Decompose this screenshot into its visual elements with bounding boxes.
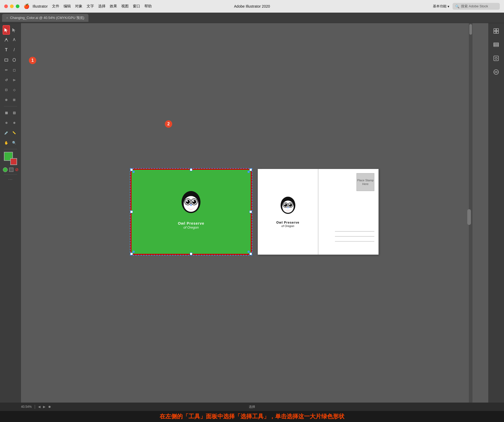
close-button[interactable]	[4, 4, 8, 8]
handle-top-mid[interactable]	[190, 168, 192, 171]
owl-name-back: Owl Preserve	[276, 221, 299, 224]
zoom-slider[interactable]	[467, 209, 471, 225]
color-swatches[interactable]	[4, 152, 17, 165]
svg-point-10	[192, 200, 196, 204]
handle-top-left[interactable]	[130, 168, 133, 171]
search-box[interactable]: 🔍 搜索 Adobe Stock	[453, 3, 500, 10]
menu-window[interactable]: 窗口	[133, 4, 140, 9]
owl-illustration-front	[178, 190, 204, 219]
svg-point-18	[284, 204, 285, 205]
reflect-tool-button[interactable]: ⊳	[10, 75, 18, 85]
traffic-lights	[4, 4, 19, 8]
menu-select[interactable]: 选择	[98, 4, 106, 9]
pencil-tool-button[interactable]: ✏	[3, 65, 10, 75]
type-tool-button[interactable]: T	[3, 45, 10, 55]
layers-panel-button[interactable]	[490, 39, 502, 50]
menu-text[interactable]: 文字	[87, 4, 94, 9]
menu-view[interactable]: 视图	[121, 4, 129, 9]
scrollbar-thumb-vertical[interactable]	[469, 24, 472, 35]
fill-circle-button[interactable]	[3, 167, 8, 172]
rotate-tool-button[interactable]: ↺	[3, 75, 10, 85]
zoom-tool-button[interactable]: 🔍	[10, 138, 18, 147]
warp-tool-group: ⊕ ⊞	[3, 95, 18, 105]
shear-tool-button[interactable]: ◇	[10, 85, 18, 95]
tool-separator-3	[4, 174, 17, 174]
menu-edit[interactable]: 编辑	[64, 4, 71, 9]
anchor-tool-button[interactable]	[10, 35, 18, 45]
svg-rect-26	[494, 31, 496, 33]
tab-bar: × Changing_Color.ai @ 40.54% (CMYK/GPU 预…	[0, 13, 504, 23]
pattern-tool-button[interactable]: ▦	[3, 108, 10, 117]
handle-bottom-right[interactable]	[249, 253, 252, 255]
eyedropper-tool-group: 💉 📏	[3, 128, 18, 137]
more-tools-button[interactable]: ···	[8, 177, 13, 182]
svg-rect-25	[496, 29, 498, 31]
tab-title: Changing_Color.ai @ 40.54% (CMYK/GPU 预览)	[10, 16, 84, 20]
tab-close-icon[interactable]: ×	[6, 16, 8, 19]
eraser-tool-button[interactable]: ◻	[10, 65, 18, 75]
owl-illustration-back	[278, 196, 298, 219]
address-line-2	[335, 236, 374, 236]
menu-object[interactable]: 对象	[75, 4, 82, 9]
stroke-color-swatch[interactable]	[10, 158, 17, 165]
instruction-text: 在左侧的「工具」面板中选择「选择工具」，单击选择这一大片绿色形状	[160, 413, 344, 420]
document-tab[interactable]: × Changing_Color.ai @ 40.54% (CMYK/GPU 预…	[2, 14, 88, 22]
owl-text-back: Owl Preserve of Oregon	[276, 221, 299, 228]
address-lines	[335, 231, 374, 241]
warp-tool-button[interactable]: ⊕	[3, 95, 10, 105]
tool-separator-1	[4, 106, 17, 106]
anchor-top-left	[133, 171, 135, 173]
postcard-right: Place Stamp Here	[318, 169, 379, 255]
svg-rect-31	[494, 56, 498, 61]
canvas-area[interactable]: Owl Preserve of Oregon	[21, 23, 488, 411]
scale-tool-button[interactable]: ⊡	[3, 85, 10, 95]
handle-mid-right[interactable]	[249, 210, 252, 213]
ellipse-tool-button[interactable]	[10, 55, 18, 65]
none-icon[interactable]: ⊘	[15, 167, 18, 172]
menu-bar-right: 基本功能 ▾ 🔍 搜索 Adobe Stock	[433, 3, 500, 10]
chevron-down-icon: ▾	[448, 4, 449, 8]
libraries-panel-button[interactable]	[490, 53, 502, 64]
eyedropper-tool-button[interactable]: 💉	[3, 128, 10, 137]
main-layout: T / ✏ ◻ ↺ ⊳ ⊡	[0, 23, 504, 411]
stroke-square-button[interactable]	[9, 168, 13, 172]
minimize-button[interactable]	[10, 4, 14, 8]
search-placeholder: 搜索 Adobe Stock	[461, 4, 488, 9]
owl-text-front: Owl Preserve of Oregon	[178, 221, 204, 229]
slice-tool-button[interactable]: ⊗	[10, 118, 18, 127]
symbol-tool-button[interactable]: ⊛	[3, 118, 10, 127]
menu-help[interactable]: 帮助	[144, 4, 152, 9]
measure-tool-button[interactable]: 📏	[10, 128, 18, 137]
step-badge-1: 1	[29, 57, 36, 64]
hand-tool-button[interactable]: ✋	[3, 138, 10, 147]
graph-tool-button[interactable]: ▧	[10, 108, 18, 117]
menu-illustrator[interactable]: Illustrator	[33, 4, 48, 8]
pen-tool-button[interactable]	[3, 35, 10, 45]
menu-items: Illustrator 文件 编辑 对象 文字 选择 效果 视图 窗口 帮助	[33, 4, 152, 9]
address-line-3	[335, 241, 374, 241]
transform-tool-group: ↺ ⊳	[3, 75, 18, 85]
owl-logo-front: Owl Preserve of Oregon	[178, 190, 204, 229]
properties-panel-button[interactable]	[490, 25, 502, 37]
handle-bottom-left[interactable]	[130, 253, 133, 255]
tool-separator-2	[4, 149, 17, 149]
zoom-level: 40.54%	[21, 405, 32, 409]
line-tool-button[interactable]: /	[10, 45, 18, 55]
artboard-front[interactable]: Owl Preserve of Oregon	[131, 169, 251, 255]
selection-tool-button[interactable]	[3, 25, 10, 35]
menu-file[interactable]: 文件	[52, 4, 59, 9]
menu-effect[interactable]: 效果	[110, 4, 117, 9]
search-icon: 🔍	[455, 4, 459, 8]
rectangle-tool-button[interactable]	[3, 55, 10, 65]
direct-select-tool-button[interactable]	[10, 25, 18, 35]
puppet-warp-button[interactable]: ⊞	[10, 95, 18, 105]
maximize-button[interactable]	[16, 4, 19, 8]
links-panel-button[interactable]	[490, 66, 502, 78]
handle-bottom-mid[interactable]	[190, 253, 192, 255]
handle-mid-left[interactable]	[130, 210, 133, 213]
workspace-switcher[interactable]: 基本功能 ▾	[433, 4, 449, 9]
menu-bar-left: 🍎 Illustrator 文件 编辑 对象 文字 选择 效果 视图 窗口 帮助	[4, 3, 152, 9]
handle-top-right[interactable]	[249, 168, 252, 171]
status-bar: 40.54% | ◀ ▶ ⏺ 选择	[0, 403, 504, 411]
view-tool-group: ✋ 🔍	[3, 138, 18, 147]
